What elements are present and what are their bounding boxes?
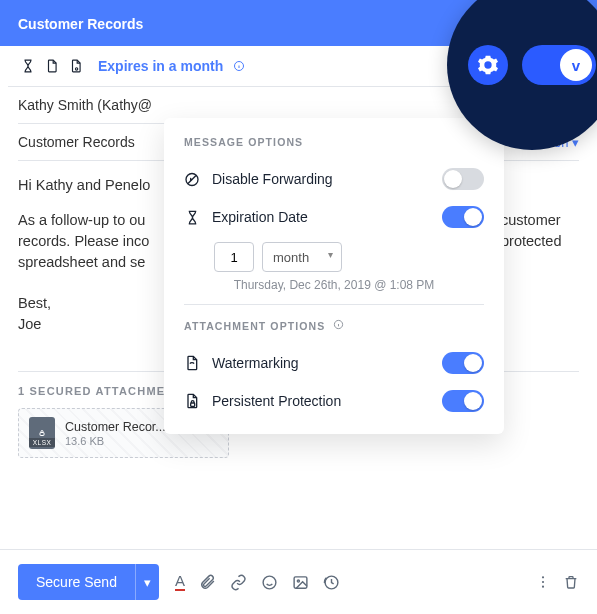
file-xlsx-icon: XLSX <box>29 417 55 449</box>
trash-icon[interactable] <box>563 574 579 590</box>
svg-rect-14 <box>191 403 195 406</box>
gear-icon[interactable] <box>468 45 508 85</box>
link-icon[interactable] <box>230 574 247 591</box>
toggle-knob-icon: v <box>560 49 592 81</box>
forward-toggle[interactable] <box>442 168 484 190</box>
file-lock-icon <box>184 393 200 409</box>
expiration-value-input[interactable] <box>214 242 254 272</box>
extension-toggle[interactable]: v <box>522 45 596 85</box>
attach-icon[interactable] <box>199 574 216 591</box>
schedule-icon[interactable] <box>323 574 340 591</box>
expiration-resolved-time: Thursday, Dec 26th, 2019 @ 1:08 PM <box>184 278 484 292</box>
security-options-panel: MESSAGE OPTIONS Disable Forwarding Expir… <box>164 118 504 434</box>
file-lock-icon[interactable] <box>68 58 84 74</box>
hourglass-icon[interactable] <box>20 58 36 74</box>
svg-rect-6 <box>294 576 307 587</box>
svg-point-5 <box>263 576 276 589</box>
expiration-option: Expiration Date <box>184 198 484 236</box>
more-icon[interactable] <box>535 574 551 590</box>
attachment-options-header: ATTACHMENT OPTIONS <box>184 319 484 332</box>
svg-point-10 <box>542 581 544 583</box>
message-options-header: MESSAGE OPTIONS <box>184 136 484 148</box>
svg-point-11 <box>542 586 544 588</box>
compose-window: v Customer Records Expires in a month <box>0 0 597 614</box>
persistent-protection-option: Persistent Protection <box>184 382 484 420</box>
persistent-toggle[interactable] <box>442 390 484 412</box>
emoji-icon[interactable] <box>261 574 278 591</box>
expires-label[interactable]: Expires in a month <box>98 58 223 74</box>
hourglass-icon <box>184 209 200 225</box>
title-text: Customer Records <box>18 16 143 32</box>
svg-point-9 <box>542 576 544 578</box>
info-icon[interactable] <box>333 319 344 332</box>
svg-point-0 <box>75 68 77 70</box>
svg-point-7 <box>297 580 299 582</box>
compose-footer: Secure Send ▾ A <box>0 549 597 614</box>
attachment-size: 13.6 KB <box>65 435 214 447</box>
info-icon[interactable] <box>231 58 247 74</box>
send-dropdown-button[interactable]: ▾ <box>135 564 159 600</box>
no-forward-icon <box>184 171 200 187</box>
to-field: Kathy Smith (Kathy@ <box>18 97 152 113</box>
file-watermark-icon[interactable] <box>44 58 60 74</box>
secure-send-button[interactable]: Secure Send <box>18 564 135 600</box>
watermark-toggle[interactable] <box>442 352 484 374</box>
subject-field: Customer Records <box>18 134 135 150</box>
file-watermark-icon <box>184 355 200 371</box>
expiration-unit-select[interactable]: month <box>262 242 342 272</box>
text-color-icon[interactable]: A <box>175 573 185 591</box>
svg-rect-4 <box>40 433 44 436</box>
image-icon[interactable] <box>292 574 309 591</box>
watermarking-option: Watermarking <box>184 344 484 382</box>
disable-forwarding-option: Disable Forwarding <box>184 160 484 198</box>
expiration-toggle[interactable] <box>442 206 484 228</box>
